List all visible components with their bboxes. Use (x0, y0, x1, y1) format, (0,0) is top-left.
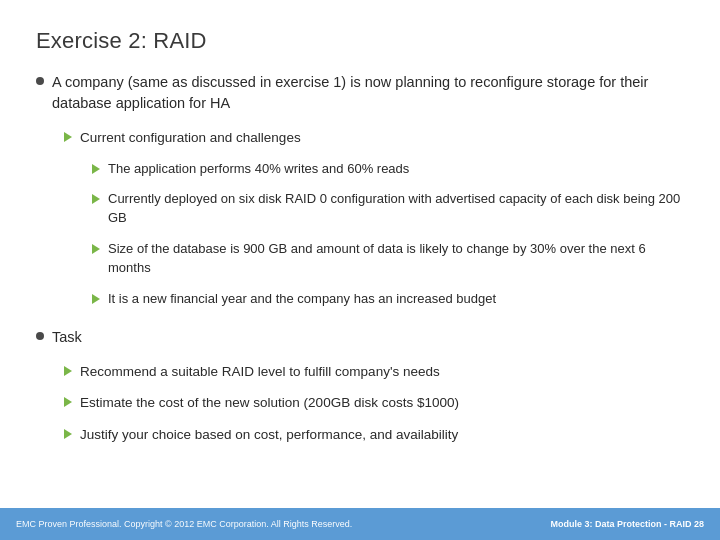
arrow-task-2 (64, 397, 72, 407)
slide-title: Exercise 2: RAID (36, 28, 684, 54)
arrow-config (64, 132, 72, 142)
arrow-sub-1 (92, 164, 100, 174)
bullet-dot-1 (36, 77, 44, 85)
arrow-sub-4 (92, 294, 100, 304)
task-sub-3: Justify your choice based on cost, perfo… (64, 425, 684, 445)
arrow-sub-2 (92, 194, 100, 204)
bullet-dot-2 (36, 332, 44, 340)
task-sub-text-3: Justify your choice based on cost, perfo… (80, 425, 458, 445)
sub-sub-bullet-2: Currently deployed on six disk RAID 0 co… (92, 190, 684, 228)
sub-sub-text-1: The application performs 40% writes and … (108, 160, 409, 179)
footer-right: Module 3: Data Protection - RAID 28 (550, 519, 704, 529)
sub-sub-bullet-3: Size of the database is 900 GB and amoun… (92, 240, 684, 278)
main-bullet-2: Task (36, 327, 684, 348)
sub-sub-text-2: Currently deployed on six disk RAID 0 co… (108, 190, 684, 228)
arrow-task-1 (64, 366, 72, 376)
task-sub-text-2: Estimate the cost of the new solution (2… (80, 393, 459, 413)
content-area: A company (same as discussed in exercise… (36, 72, 684, 500)
task-sub-2: Estimate the cost of the new solution (2… (64, 393, 684, 413)
sub-sub-bullet-1: The application performs 40% writes and … (92, 160, 684, 179)
bullet-text-1: A company (same as discussed in exercise… (52, 72, 684, 114)
sub-bullet-config-label: Current configuration and challenges (80, 128, 301, 148)
footer: EMC Proven Professional. Copyright © 201… (0, 508, 720, 540)
footer-left: EMC Proven Professional. Copyright © 201… (16, 519, 352, 529)
arrow-task-3 (64, 429, 72, 439)
sub-sub-text-4: It is a new financial year and the compa… (108, 290, 496, 309)
task-sub-1: Recommend a suitable RAID level to fulfi… (64, 362, 684, 382)
main-bullet-1: A company (same as discussed in exercise… (36, 72, 684, 114)
task-sub-text-1: Recommend a suitable RAID level to fulfi… (80, 362, 440, 382)
sub-sub-text-3: Size of the database is 900 GB and amoun… (108, 240, 684, 278)
bullet-text-2: Task (52, 327, 82, 348)
sub-sub-bullet-4: It is a new financial year and the compa… (92, 290, 684, 309)
arrow-sub-3 (92, 244, 100, 254)
slide: Exercise 2: RAID A company (same as disc… (0, 0, 720, 540)
sub-bullet-config: Current configuration and challenges (64, 128, 684, 148)
